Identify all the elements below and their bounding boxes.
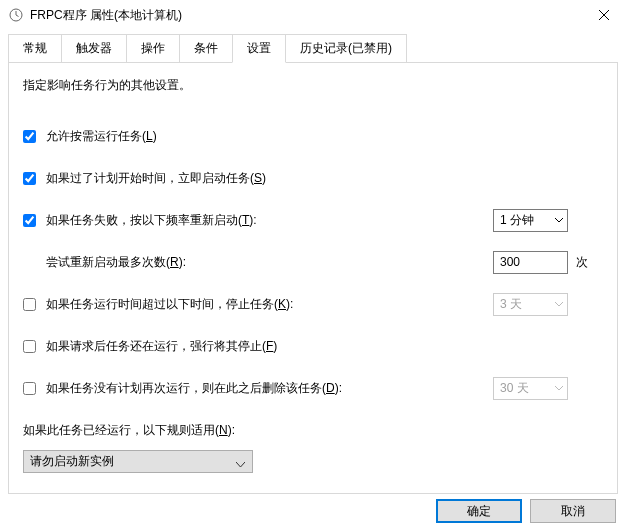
chevron-down-icon	[554, 300, 563, 309]
window-title: FRPC程序 属性(本地计算机)	[30, 7, 581, 24]
settings-panel: 指定影响任务行为的其他设置。 允许按需运行任务(L) 如果过了计划开始时间，立即…	[8, 62, 618, 494]
already-running-label: 如果此任务已经运行，以下规则适用(N):	[23, 422, 235, 439]
restart-on-fail-label: 如果任务失败，按以下频率重新启动(T):	[46, 212, 257, 229]
delete-after-checkbox[interactable]	[23, 382, 36, 395]
chevron-down-icon	[554, 216, 563, 225]
restart-attempts-label: 尝试重新启动最多次数(R):	[46, 254, 186, 271]
run-asap-label: 如果过了计划开始时间，立即启动任务(S)	[46, 170, 266, 187]
ok-button[interactable]: 确定	[436, 499, 522, 523]
tab-conditions[interactable]: 条件	[179, 34, 233, 62]
stop-after-checkbox[interactable]	[23, 298, 36, 311]
force-stop-checkbox[interactable]	[23, 340, 36, 353]
restart-attempts-input[interactable]	[493, 251, 568, 274]
delete-after-select: 30 天	[493, 377, 568, 400]
restart-on-fail-checkbox[interactable]	[23, 214, 36, 227]
allow-on-demand-label: 允许按需运行任务(L)	[46, 128, 157, 145]
stop-after-select: 3 天	[493, 293, 568, 316]
tab-general[interactable]: 常规	[8, 34, 62, 62]
run-asap-checkbox[interactable]	[23, 172, 36, 185]
restart-interval-select[interactable]: 1 分钟	[493, 209, 568, 232]
stop-after-label: 如果任务运行时间超过以下时间，停止任务(K):	[46, 296, 293, 313]
chevron-down-icon	[554, 384, 563, 393]
panel-description: 指定影响任务行为的其他设置。	[23, 77, 603, 94]
close-button[interactable]	[581, 0, 626, 30]
tab-history[interactable]: 历史记录(已禁用)	[285, 34, 407, 62]
tab-triggers[interactable]: 触发器	[61, 34, 127, 62]
tab-strip: 常规 触发器 操作 条件 设置 历史记录(已禁用)	[8, 34, 618, 62]
chevron-down-icon	[236, 457, 246, 467]
force-stop-label: 如果请求后任务还在运行，强行将其停止(F)	[46, 338, 277, 355]
tab-actions[interactable]: 操作	[126, 34, 180, 62]
restart-attempts-unit: 次	[576, 254, 588, 271]
allow-on-demand-checkbox[interactable]	[23, 130, 36, 143]
clock-icon	[8, 7, 24, 23]
delete-after-label: 如果任务没有计划再次运行，则在此之后删除该任务(D):	[46, 380, 342, 397]
cancel-button[interactable]: 取消	[530, 499, 616, 523]
already-running-rule-select[interactable]: 请勿启动新实例	[23, 450, 253, 473]
tab-settings[interactable]: 设置	[232, 34, 286, 63]
